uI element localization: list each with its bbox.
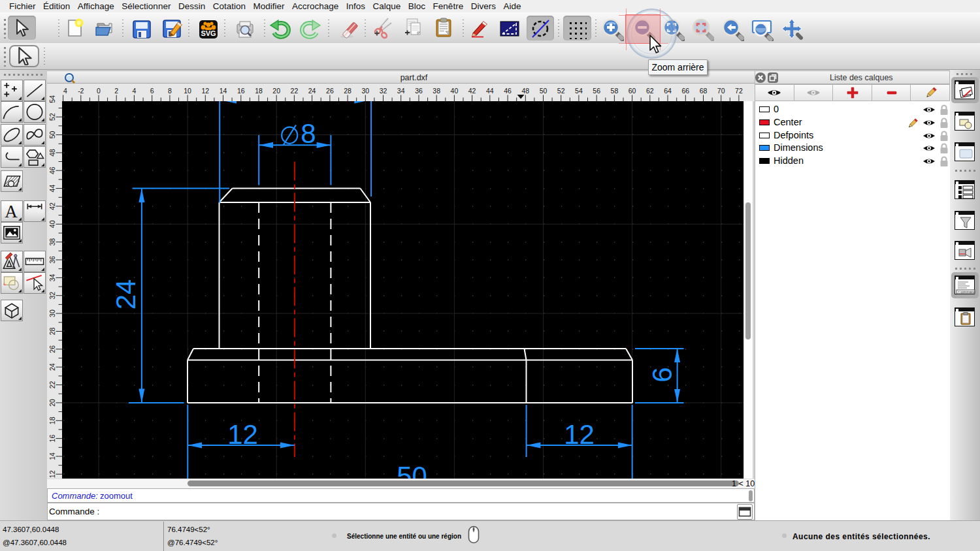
svg-text:18: 18 [48, 417, 56, 424]
svg-text:60: 60 [629, 87, 636, 95]
svg-text:48: 48 [48, 149, 56, 157]
svg-text:54: 54 [48, 95, 56, 103]
svg-text:50: 50 [48, 131, 56, 139]
svg-text:46: 46 [504, 87, 512, 95]
svg-text:72: 72 [735, 87, 743, 95]
svg-text:34: 34 [48, 274, 56, 281]
svg-text:18: 18 [255, 87, 263, 95]
svg-text:26: 26 [326, 87, 334, 95]
svg-text:40: 40 [48, 220, 56, 228]
svg-text:4: 4 [63, 87, 67, 95]
svg-text:36: 36 [48, 256, 56, 264]
svg-text:20: 20 [272, 87, 280, 95]
svg-text:2: 2 [114, 87, 118, 95]
svg-text:44: 44 [486, 87, 494, 95]
svg-text:38: 38 [48, 238, 56, 246]
svg-text:50: 50 [397, 461, 427, 479]
svg-text:70: 70 [717, 87, 725, 95]
svg-text:30: 30 [48, 309, 56, 317]
svg-text:42: 42 [468, 87, 476, 95]
svg-text:38: 38 [433, 87, 440, 95]
svg-text:54: 54 [575, 87, 583, 95]
svg-text:-2: -2 [78, 87, 84, 95]
svg-text:14: 14 [220, 87, 227, 95]
svg-text:50: 50 [540, 87, 547, 95]
svg-text:12: 12 [48, 470, 56, 478]
svg-text:62: 62 [646, 87, 654, 95]
svg-text:12: 12 [564, 419, 595, 450]
svg-text:24: 24 [110, 279, 141, 310]
svg-text:40: 40 [451, 87, 459, 95]
svg-text:34: 34 [397, 87, 405, 95]
svg-text:28: 28 [344, 87, 351, 95]
svg-text:< command: < command [958, 290, 975, 294]
svg-text:48: 48 [521, 87, 529, 95]
svg-text:10: 10 [184, 87, 191, 95]
svg-text:58: 58 [611, 87, 619, 95]
svg-text:8: 8 [168, 87, 172, 95]
svg-text:14: 14 [48, 452, 56, 460]
svg-text:30: 30 [361, 87, 369, 95]
svg-text:20: 20 [48, 399, 56, 407]
svg-text:16: 16 [48, 435, 56, 443]
svg-text:68: 68 [700, 87, 708, 95]
svg-text:22: 22 [291, 87, 299, 95]
svg-text:6: 6 [647, 367, 678, 382]
svg-text:12: 12 [227, 419, 258, 450]
svg-text:32: 32 [380, 87, 387, 95]
svg-text:32: 32 [48, 292, 56, 300]
svg-text:SVG: SVG [201, 29, 216, 37]
svg-text:52: 52 [557, 87, 565, 95]
svg-text:0: 0 [97, 87, 101, 95]
svg-text:6: 6 [150, 87, 154, 95]
svg-text:28: 28 [48, 328, 56, 336]
svg-text:24: 24 [48, 363, 56, 371]
svg-text:24: 24 [308, 87, 316, 95]
svg-text:26: 26 [48, 345, 56, 353]
svg-text:36: 36 [415, 87, 423, 95]
svg-text:4: 4 [132, 87, 136, 95]
svg-text:66: 66 [681, 87, 689, 95]
svg-text:22: 22 [48, 381, 56, 389]
svg-text:64: 64 [664, 87, 672, 95]
svg-text:A: A [5, 202, 18, 221]
svg-text:46: 46 [48, 166, 56, 174]
svg-text:52: 52 [48, 113, 56, 121]
svg-text:56: 56 [593, 87, 600, 95]
svg-text:16: 16 [237, 87, 245, 95]
svg-text:12: 12 [201, 87, 209, 95]
svg-text:42: 42 [48, 202, 56, 210]
svg-text:44: 44 [48, 185, 56, 193]
svg-text:8: 8 [301, 118, 316, 149]
